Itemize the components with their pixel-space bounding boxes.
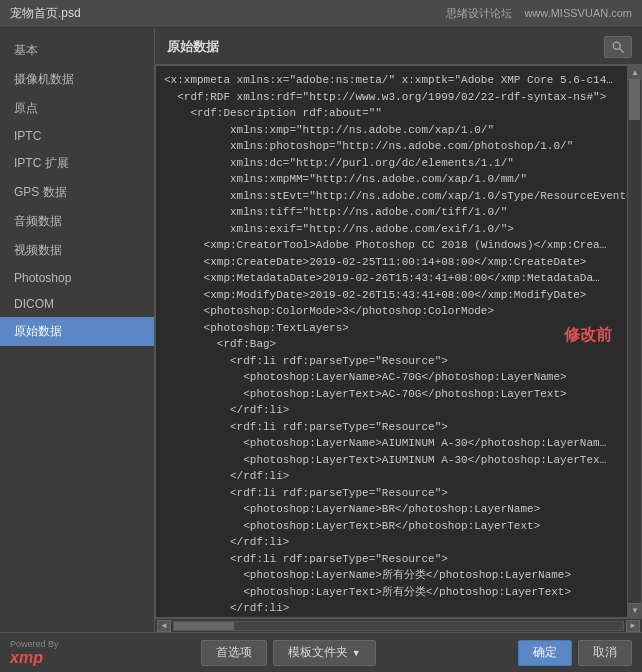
powered-by-text: Powered By bbox=[10, 639, 59, 649]
sidebar-item-iptc[interactable]: IPTC bbox=[0, 123, 154, 149]
sidebar-item-gps[interactable]: GPS 数据 bbox=[0, 178, 154, 207]
forum-name: 思绪设计论坛 bbox=[446, 7, 512, 19]
vscroll-thumb[interactable] bbox=[629, 80, 640, 120]
sidebar: 基本 摄像机数据 原点 IPTC IPTC 扩展 GPS 数据 音频数据 视频数… bbox=[0, 28, 155, 632]
sidebar-item-photoshop[interactable]: Photoshop bbox=[0, 265, 154, 291]
vscroll-up-btn[interactable]: ▲ bbox=[628, 66, 642, 80]
xml-text-content[interactable]: <x:xmpmeta xmlns:x="adobe:ns:meta/" x:xm… bbox=[156, 66, 627, 617]
sidebar-item-video[interactable]: 视频数据 bbox=[0, 236, 154, 265]
sidebar-item-audio[interactable]: 音频数据 bbox=[0, 207, 154, 236]
vscroll-down-btn[interactable]: ▼ bbox=[628, 603, 642, 617]
cancel-button[interactable]: 取消 bbox=[578, 640, 632, 666]
sidebar-item-basic[interactable]: 基本 bbox=[0, 36, 154, 65]
hscroll-thumb[interactable] bbox=[174, 622, 234, 630]
content-header: 原始数据 bbox=[155, 28, 642, 65]
title-bar: 宠物首页.psd 思绪设计论坛 www.MISSVUAN.com bbox=[0, 0, 642, 28]
forum-info: 思绪设计论坛 www.MISSVUAN.com bbox=[446, 6, 632, 21]
window-title: 宠物首页.psd bbox=[10, 5, 81, 22]
bottom-right-section: 确定 取消 bbox=[518, 640, 632, 666]
template-folder-button[interactable]: 模板文件夹 bbox=[273, 640, 376, 666]
sidebar-item-camera[interactable]: 摄像机数据 bbox=[0, 65, 154, 94]
sidebar-item-dicom[interactable]: DICOM bbox=[0, 291, 154, 317]
sidebar-item-iptc-ext[interactable]: IPTC 扩展 bbox=[0, 149, 154, 178]
bottom-left-section: Powered By xmp bbox=[10, 639, 59, 667]
bottom-bar: Powered By xmp 首选项 模板文件夹 确定 取消 bbox=[0, 632, 642, 672]
xmp-logo: xmp bbox=[10, 649, 43, 667]
hscroll-left-btn[interactable]: ◄ bbox=[157, 620, 171, 632]
preferences-button[interactable]: 首选项 bbox=[201, 640, 267, 666]
svg-line-1 bbox=[620, 49, 624, 53]
search-icon bbox=[611, 40, 625, 54]
sidebar-item-origin[interactable]: 原点 bbox=[0, 94, 154, 123]
confirm-button[interactable]: 确定 bbox=[518, 640, 572, 666]
vscroll-track bbox=[628, 80, 641, 603]
powered-by-section: Powered By xmp bbox=[10, 639, 59, 667]
hscroll-bar: ◄ ► bbox=[155, 618, 642, 632]
svg-point-0 bbox=[613, 42, 620, 49]
main-area: 基本 摄像机数据 原点 IPTC IPTC 扩展 GPS 数据 音频数据 视频数… bbox=[0, 28, 642, 632]
xml-content-area[interactable]: <x:xmpmeta xmlns:x="adobe:ns:meta/" x:xm… bbox=[155, 65, 642, 618]
hscroll-right-btn[interactable]: ► bbox=[626, 620, 640, 632]
sidebar-item-raw-data[interactable]: 原始数据 bbox=[0, 317, 154, 346]
bottom-center-section: 首选项 模板文件夹 bbox=[201, 640, 376, 666]
content-title: 原始数据 bbox=[167, 38, 219, 56]
website-url: www.MISSVUAN.com bbox=[524, 7, 632, 19]
content-panel: 原始数据 <x:xmpmeta xmlns:x="adobe:ns:meta/"… bbox=[155, 28, 642, 632]
hscroll-track[interactable] bbox=[173, 621, 624, 631]
search-button[interactable] bbox=[604, 36, 632, 58]
